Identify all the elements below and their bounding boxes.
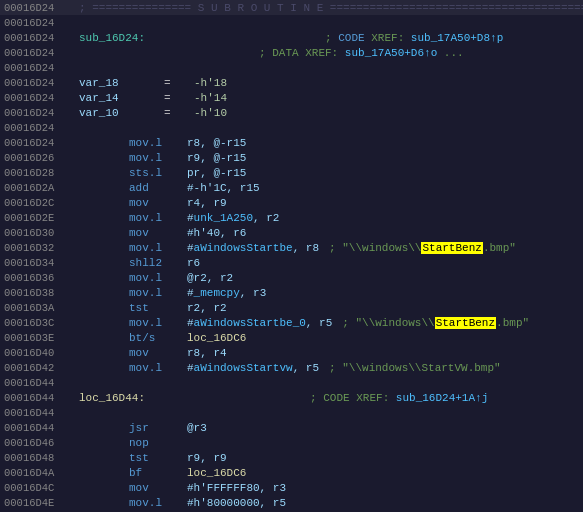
line-blank5: 00016D44 xyxy=(0,405,583,420)
line-instr-7: 00016D30 mov #h'40, r6 xyxy=(0,225,583,240)
line-data-xref: 00016D24 ; DATA XREF: sub_17A50+D6↑o ... xyxy=(0,45,583,60)
line-var10: 00016D24 var_10 = -h'10 xyxy=(0,105,583,120)
line-instr-16: 00016D42 mov.l #aWindowsStartvw, r5 ; "\… xyxy=(0,360,583,375)
memcpy-link[interactable]: _memcpy xyxy=(194,287,240,299)
line-instr-4: 00016D2A add #-h'1C, r15 xyxy=(0,180,583,195)
line-instr-14: 00016D3E bt/s loc_16DC6 xyxy=(0,330,583,345)
aWindowsStartbe0-link[interactable]: aWindowsStartbe_0 xyxy=(194,317,306,329)
line-instr-12: 00016D3A tst r2, r2 xyxy=(0,300,583,315)
unk-link[interactable]: unk_1A250 xyxy=(194,212,253,224)
line-instr-21: 00016D4C mov #h'FFFFFF80, r3 xyxy=(0,480,583,495)
line-instr-2: 00016D26 mov.l r9, @-r15 xyxy=(0,150,583,165)
line-instr-17: 00016D44 jsr @r3 xyxy=(0,420,583,435)
xref-link-3[interactable]: sub_16D24+1A↑j xyxy=(396,392,488,404)
line-instr-1: 00016D24 mov.l r8, @-r15 xyxy=(0,135,583,150)
aWindowsStartvw-link[interactable]: aWindowsStartvw xyxy=(194,362,293,374)
aWindowsStartbe-link[interactable]: aWindowsStartbe xyxy=(194,242,293,254)
line-blank4: 00016D44 xyxy=(0,375,583,390)
code-view: { "title": "Disassembly View", "lines": … xyxy=(0,0,583,512)
line-instr-15: 00016D40 mov r8, r4 xyxy=(0,345,583,360)
line-instr-19: 00016D48 tst r9, r9 xyxy=(0,450,583,465)
line-var14: 00016D24 var_14 = -h'14 xyxy=(0,90,583,105)
loc-16dc6-link-1[interactable]: loc_16DC6 xyxy=(187,332,246,344)
line-instr-20: 00016D4A bf loc_16DC6 xyxy=(0,465,583,480)
line-instr-11: 00016D38 mov.l #_memcpy, r3 xyxy=(0,285,583,300)
line-instr-22: 00016D4E mov.l #h'80000000, r5 xyxy=(0,495,583,510)
line-instr-9: 00016D34 shll2 r6 xyxy=(0,255,583,270)
line-blank2: 00016D24 xyxy=(0,60,583,75)
line-instr-8: 00016D32 mov.l #aWindowsStartbe, r8 ; "\… xyxy=(0,240,583,255)
line-instr-13: 00016D3C mov.l #aWindowsStartbe_0, r5 ; … xyxy=(0,315,583,330)
line-blank: 00016D24 xyxy=(0,15,583,30)
line-sub-label: 00016D24 sub_16D24: ; CODE XREF: sub_17A… xyxy=(0,30,583,45)
xref-link-2[interactable]: sub_17A50+D6↑o xyxy=(345,47,437,59)
line-blank3: 00016D24 xyxy=(0,120,583,135)
line-instr-10: 00016D36 mov.l @r2, r2 xyxy=(0,270,583,285)
line-instr-5: 00016D2C mov r4, r9 xyxy=(0,195,583,210)
line-var18: 00016D24 var_18 = -h'18 xyxy=(0,75,583,90)
highlight-startbenz-2: StartBenz xyxy=(435,317,496,329)
line-instr-18: 00016D46 nop xyxy=(0,435,583,450)
xref-link-1[interactable]: sub_17A50+D8↑p xyxy=(411,32,503,44)
line-instr-3: 00016D28 sts.l pr, @-r15 xyxy=(0,165,583,180)
highlight-startbenz-1: StartBenz xyxy=(421,242,482,254)
loc-16dc6-link-2[interactable]: loc_16DC6 xyxy=(187,467,246,479)
line-instr-6: 00016D2E mov.l #unk_1A250, r2 xyxy=(0,210,583,225)
line-loc-label: 00016D44 loc_16D44: ; CODE XREF: sub_16D… xyxy=(0,390,583,405)
line-separator: 00016D24 ; =============== S U B R O U T… xyxy=(0,0,583,15)
